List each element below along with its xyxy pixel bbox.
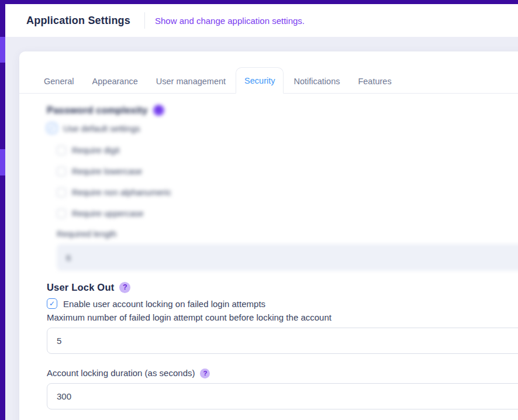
user-lockout-title: User Lock Out (47, 281, 114, 294)
enable-lockout-label: Enable user account locking on failed lo… (63, 299, 265, 309)
use-default-settings-label: Use default settings (63, 123, 140, 133)
enable-lockout-checkbox[interactable]: ✓ (47, 298, 57, 309)
sidebar-item-partial[interactable] (0, 37, 5, 63)
header-divider (144, 12, 145, 29)
tab-bar: General Appearance User management Secur… (19, 51, 518, 94)
password-complexity-heading-row: Password complexity ? (47, 104, 518, 116)
tab-general[interactable]: General (36, 70, 82, 93)
settings-card: General Appearance User management Secur… (19, 51, 518, 420)
require-digit-label: Require digit (72, 146, 119, 155)
tab-user-management[interactable]: User management (148, 70, 234, 93)
use-default-settings-row: ✓ Use default settings (47, 122, 518, 134)
require-lowercase-row: Require lowercase (57, 166, 518, 177)
tab-notifications[interactable]: Notifications (285, 70, 348, 93)
page-subtitle: Show and change application settings. (155, 16, 305, 26)
password-complexity-section: Password complexity ? ✓ Use default sett… (47, 104, 518, 271)
duration-label-row: Account locking duration (as seconds) ? (47, 368, 518, 378)
security-tab-content: Password complexity ? ✓ Use default sett… (19, 94, 518, 409)
require-lowercase-checkbox[interactable] (57, 167, 66, 176)
user-lockout-heading-row: User Lock Out ? (47, 281, 518, 294)
tab-appearance[interactable]: Appearance (84, 70, 146, 93)
page-title: Application Settings (26, 15, 130, 27)
sidebar-item-partial[interactable] (0, 149, 5, 175)
require-lowercase-label: Require lowercase (72, 167, 142, 176)
check-icon: ✓ (49, 300, 55, 307)
top-accent-bar (0, 0, 518, 4)
require-digit-checkbox[interactable] (57, 146, 66, 155)
check-icon: ✓ (49, 125, 55, 132)
require-uppercase-row: Require uppercase (57, 208, 518, 219)
tab-security[interactable]: Security (236, 67, 284, 94)
duration-input[interactable] (47, 383, 518, 409)
require-digit-row: Require digit (57, 144, 518, 156)
require-uppercase-label: Require uppercase (72, 209, 144, 218)
help-icon[interactable]: ? (200, 369, 210, 378)
required-length-label: Required length (57, 229, 518, 239)
password-complexity-title: Password complexity (47, 104, 148, 116)
require-non-alphanumeric-label: Require non alphanumeric (72, 188, 171, 197)
max-attempts-input[interactable] (47, 328, 518, 354)
require-non-alphanumeric-checkbox[interactable] (57, 188, 66, 197)
required-length-input[interactable] (57, 244, 518, 271)
use-default-settings-checkbox[interactable]: ✓ (47, 123, 57, 133)
require-non-alphanumeric-row: Require non alphanumeric (57, 187, 518, 198)
user-lockout-section: User Lock Out ? ✓ Enable user account lo… (47, 281, 518, 409)
duration-label: Account locking duration (as seconds) (47, 368, 195, 378)
help-icon[interactable]: ? (153, 105, 164, 116)
require-uppercase-checkbox[interactable] (57, 209, 66, 218)
max-attempts-label: Maximum number of failed login attempt c… (47, 312, 518, 323)
password-complexity-options: Require digit Require lowercase Require … (57, 144, 518, 271)
tab-features[interactable]: Features (350, 70, 399, 93)
sidebar-sliver (0, 0, 5, 420)
enable-lockout-row: ✓ Enable user account locking on failed … (47, 298, 518, 309)
help-icon[interactable]: ? (119, 282, 130, 293)
page-header: Application Settings Show and change app… (5, 4, 518, 37)
